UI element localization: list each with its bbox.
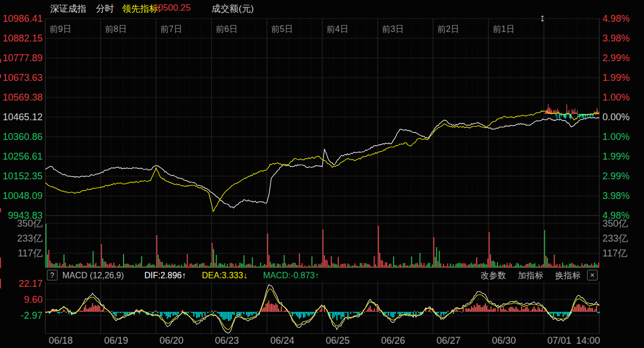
price-axis-label: 10048.09 <box>0 191 43 201</box>
time-label: 14:00 <box>569 336 607 345</box>
date-label: 06/27 <box>430 336 467 345</box>
trading-chart-screen: 深证成指 分时 领先指标: 10500.25 成交额(元) ↕ ? MACD (… <box>0 0 644 348</box>
pct-axis-label: 2.99% <box>602 53 630 63</box>
pct-axis-label: 1.99% <box>602 152 630 161</box>
leading-indicator-value: 10500.25 <box>153 3 191 13</box>
macd-dif-value: DIF:2.896↑ <box>144 270 186 281</box>
price-axis-label: 10673.63 <box>0 73 43 82</box>
date-label: 06/23 <box>208 336 246 345</box>
pct-axis-label: 3.98% <box>602 34 630 43</box>
day-label: 前5日 <box>271 24 293 34</box>
day-label: 前2日 <box>437 24 459 34</box>
price-axis-label: 10777.89 <box>0 53 43 63</box>
date-label: 06/24 <box>264 336 301 345</box>
macd-axis-label: 22.17 <box>0 279 43 288</box>
price-axis-label: 10882.15 <box>0 34 43 43</box>
volume-axis-label-right: 117亿 <box>602 248 627 258</box>
price-axis-label: 10256.61 <box>0 152 43 161</box>
switch-indicator-button[interactable]: 换指标 <box>555 270 581 281</box>
day-label: 前3日 <box>382 24 404 34</box>
pct-axis-label: 2.99% <box>602 171 630 181</box>
chart-type-label: 分时 <box>96 3 114 15</box>
turnover-label: 成交额(元) <box>211 3 254 15</box>
date-label: 06/25 <box>319 336 356 345</box>
day-label: 前9日 <box>50 24 71 34</box>
date-label: 06/26 <box>374 336 412 345</box>
price-axis-label: 10986.41 <box>0 14 43 23</box>
macd-axis-label: 9.60 <box>0 295 43 304</box>
date-label: 06/19 <box>97 336 135 345</box>
volume-axis-label-right: 350亿 <box>602 219 628 228</box>
macd-params-label: MACD (12,26,9) <box>62 270 124 281</box>
volume-axis-label-left: 233亿 <box>0 234 43 243</box>
add-indicator-button[interactable]: 加指标 <box>518 270 543 281</box>
macd-value: MACD:-0.873↑ <box>263 270 319 281</box>
day-label: 前8日 <box>105 24 127 34</box>
day-label: 前4日 <box>327 24 348 34</box>
close-indicator-button[interactable]: × <box>587 270 598 280</box>
day-label: 前6日 <box>216 24 238 34</box>
price-axis-label: 10360.86 <box>0 132 43 142</box>
pct-axis-label: 3.98% <box>602 191 630 201</box>
price-axis-label: 10569.38 <box>0 93 43 102</box>
pct-axis-label: 4.98% <box>602 14 630 23</box>
chart-canvas[interactable] <box>0 0 644 348</box>
price-axis-label: 10152.35 <box>0 171 43 181</box>
pct-axis-label: 0.00% <box>602 112 630 122</box>
pct-axis-label: 1.99% <box>602 73 630 82</box>
resize-cursor-icon: ↕ <box>540 13 545 22</box>
day-label: 前1日 <box>493 24 515 34</box>
volume-axis-label-left: 117亿 <box>0 248 43 258</box>
pct-axis-label: 1.00% <box>602 132 630 142</box>
date-label: 06/20 <box>153 336 190 345</box>
day-label: 前7日 <box>160 24 182 34</box>
volume-axis-label-right: 233亿 <box>602 234 628 243</box>
help-button[interactable]: ? <box>47 270 58 280</box>
macd-dea-value: DEA:3.333↓ <box>202 270 247 281</box>
pct-axis-label: 1.00% <box>602 93 630 102</box>
price-axis-label: 10465.12 <box>0 112 43 122</box>
date-label: 06/18 <box>42 336 79 345</box>
macd-axis-label: -2.97 <box>0 311 43 320</box>
change-params-button[interactable]: 改参数 <box>480 270 506 281</box>
date-label: 06/30 <box>485 336 523 345</box>
index-name: 深证成指 <box>50 3 86 15</box>
volume-axis-label-left: 350亿 <box>0 219 43 228</box>
